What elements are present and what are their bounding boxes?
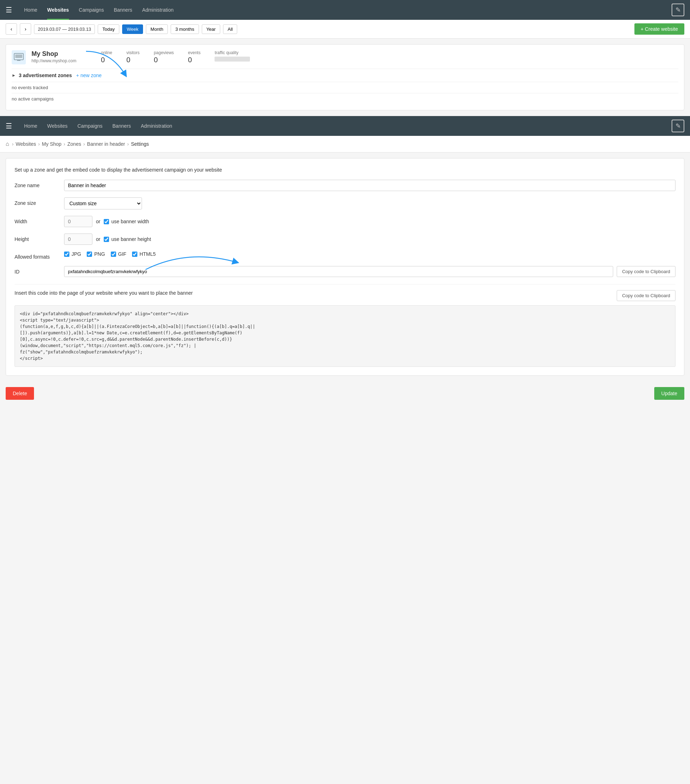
date-bar: ‹ › 2019.03.07 — 2019.03.13 Today Week M…	[0, 20, 690, 39]
code-content: <div id="pxfatahndkcolmqbuefzramvkekrwfy…	[20, 311, 670, 362]
zone-name-row: Zone name	[15, 180, 675, 191]
zone-size-select[interactable]: Custom size 728x90 300x250 160x600 320x5…	[64, 198, 142, 209]
zone-size-label: Zone size	[15, 198, 64, 206]
action-bar: Delete Update	[0, 381, 690, 407]
breadcrumb-zones[interactable]: Zones	[67, 141, 81, 147]
sep3: ›	[64, 141, 66, 147]
format-jpg-text: JPG	[71, 251, 81, 257]
height-or: or	[96, 236, 100, 242]
stat-events-value: 0	[188, 56, 200, 64]
format-jpg-checkbox[interactable]	[64, 252, 69, 257]
svg-rect-1	[15, 54, 22, 58]
website-section: My Shop http://www.myshop.com online 0 v…	[6, 44, 684, 110]
nav2-campaigns[interactable]: Campaigns	[78, 116, 103, 136]
nav2-home[interactable]: Home	[24, 116, 37, 136]
expand-icon[interactable]: ►	[12, 73, 16, 78]
zone-size-control: Custom size 728x90 300x250 160x600 320x5…	[64, 198, 675, 209]
ad-zones-row: ► 3 advertisement zones + new zone	[12, 69, 678, 82]
use-banner-height-label[interactable]: use banner height	[104, 236, 151, 242]
breadcrumb-banner-in-header[interactable]: Banner in header	[87, 141, 125, 147]
height-control: or use banner height	[64, 234, 675, 245]
nav1-campaigns[interactable]: Campaigns	[79, 0, 104, 20]
hamburger-icon-1[interactable]: ☰	[6, 6, 12, 14]
zone-size-row: Zone size Custom size 728x90 300x250 160…	[15, 198, 675, 209]
format-gif-checkbox[interactable]	[111, 252, 116, 257]
new-zone-link[interactable]: + new zone	[76, 72, 102, 78]
format-gif-label[interactable]: GIF	[111, 251, 126, 257]
traffic-bar	[215, 57, 250, 61]
stat-online: online 0	[101, 50, 112, 64]
width-input[interactable]	[64, 216, 92, 227]
website-stats: online 0 visitors 0 pageviews 0 events 0…	[101, 50, 678, 64]
intro-text: Set up a zone and get the embed code to …	[15, 167, 675, 173]
nav1-administration[interactable]: Administration	[142, 0, 174, 20]
format-png-checkbox[interactable]	[87, 252, 92, 257]
width-row: Width or use banner width	[15, 216, 675, 227]
period-week[interactable]: Week	[122, 25, 143, 34]
update-button[interactable]: Update	[654, 387, 684, 400]
format-jpg-label[interactable]: JPG	[64, 251, 81, 257]
prev-btn[interactable]: ‹	[6, 23, 17, 35]
website-url: http://www.myshop.com	[31, 58, 95, 63]
use-banner-width-label[interactable]: use banner width	[104, 219, 149, 224]
nav1-home[interactable]: Home	[24, 0, 37, 20]
code-block: <div id="pxfatahndkcolmqbuefzramvkekrwfy…	[15, 305, 675, 367]
nav-bar-2: ☰ Home Websites Campaigns Banners Admini…	[0, 116, 690, 136]
copy-code-btn-1[interactable]: Copy code to Clipboard	[617, 266, 675, 277]
format-png-label[interactable]: PNG	[87, 251, 105, 257]
width-control: or use banner width	[64, 216, 675, 227]
stat-pageviews-label: pageviews	[154, 50, 174, 55]
next-btn[interactable]: ›	[20, 23, 31, 35]
height-input[interactable]	[64, 234, 92, 245]
zone-name-control	[64, 180, 675, 191]
create-website-btn[interactable]: + Create website	[634, 23, 684, 35]
breadcrumb-myshop[interactable]: My Shop	[42, 141, 61, 147]
nav-bar-1: ☰ Home Websites Campaigns Banners Admini…	[0, 0, 690, 20]
home-icon[interactable]: ⌂	[6, 141, 9, 147]
nav1-banners[interactable]: Banners	[114, 0, 132, 20]
delete-button[interactable]: Delete	[6, 387, 34, 400]
nav2-websites[interactable]: Websites	[47, 116, 67, 136]
formats-checkboxes: JPG PNG GIF HTML5	[64, 251, 675, 257]
ad-zones-label: 3 advertisement zones	[19, 72, 72, 78]
id-input[interactable]	[64, 266, 613, 277]
sep1: ›	[12, 141, 14, 147]
id-row: ID Copy code to Clipboard	[15, 266, 675, 277]
zone-name-label: Zone name	[15, 180, 64, 188]
zone-name-input[interactable]	[64, 180, 675, 191]
website-name: My Shop	[31, 50, 95, 58]
id-input-row: Copy code to Clipboard	[64, 266, 675, 277]
use-banner-width-checkbox[interactable]	[104, 219, 109, 224]
period-all[interactable]: All	[223, 25, 237, 34]
website-icon	[12, 50, 26, 64]
nav2-banners[interactable]: Banners	[112, 116, 131, 136]
height-label: Height	[15, 234, 64, 242]
nav2-administration[interactable]: Administration	[141, 116, 172, 136]
stat-pageviews: pageviews 0	[154, 50, 174, 64]
svg-rect-2	[17, 60, 21, 61]
format-html5-checkbox[interactable]	[132, 252, 137, 257]
use-banner-height-checkbox[interactable]	[104, 237, 109, 242]
copy-code-btn-2[interactable]: Copy code to Clipboard	[617, 290, 675, 301]
breadcrumb: ⌂ › Websites › My Shop › Zones › Banner …	[0, 136, 690, 153]
user-icon-1[interactable]: ✎	[672, 3, 684, 16]
period-year[interactable]: Year	[202, 25, 220, 34]
period-month[interactable]: Month	[146, 25, 168, 34]
date-range: 2019.03.07 — 2019.03.13	[34, 25, 95, 34]
no-events-row: no events tracked	[12, 82, 678, 94]
stat-events-label: events	[188, 50, 200, 55]
period-3months[interactable]: 3 months	[171, 25, 199, 34]
format-html5-label[interactable]: HTML5	[132, 251, 156, 257]
insert-header: Insert this code into the page of your w…	[15, 290, 675, 301]
period-today[interactable]: Today	[98, 25, 119, 34]
hamburger-icon-2[interactable]: ☰	[6, 122, 12, 130]
nav1-websites[interactable]: Websites	[47, 0, 69, 20]
user-icon-2[interactable]: ✎	[672, 120, 684, 132]
website-row: My Shop http://www.myshop.com online 0 v…	[12, 50, 678, 69]
formats-row: Allowed formats JPG PNG GIF HTML5	[15, 251, 675, 260]
website-info: My Shop http://www.myshop.com	[31, 50, 95, 63]
breadcrumb-settings: Settings	[131, 141, 149, 147]
breadcrumb-websites[interactable]: Websites	[16, 141, 36, 147]
stat-traffic-label: traffic quality	[215, 50, 250, 55]
format-gif-text: GIF	[118, 251, 126, 257]
